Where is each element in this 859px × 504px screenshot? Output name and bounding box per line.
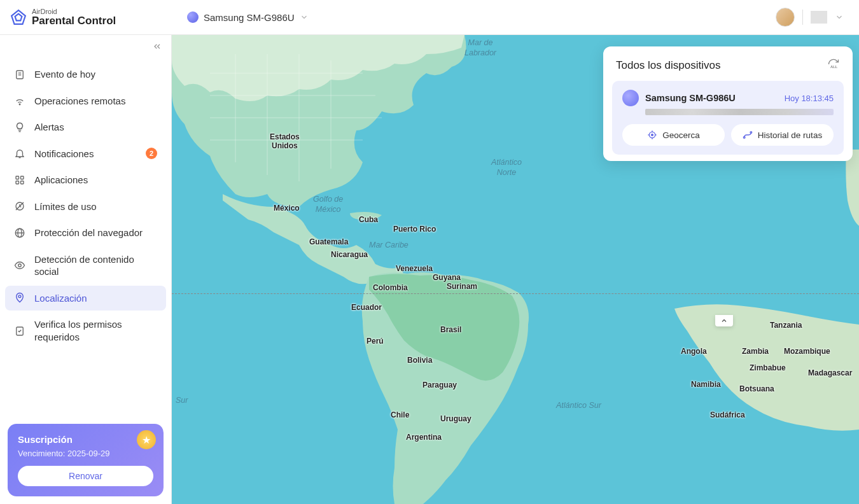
country-label: Namibia — [691, 380, 721, 389]
nav-label: Aplicaciones — [34, 174, 157, 186]
ocean-label: Sur — [176, 395, 188, 405]
checklist-icon — [14, 325, 25, 337]
geofence-label: Geocerca — [662, 130, 700, 140]
svg-point-16 — [18, 295, 21, 298]
star-icon: ★ — [137, 430, 156, 449]
country-label: Surinam — [447, 282, 477, 291]
country-label: Madagascar — [808, 368, 852, 377]
country-label: Tanzania — [770, 321, 802, 330]
sidebar-item-proteccion[interactable]: Protección del navegador — [5, 220, 166, 246]
devices-panel: Todos los dispositivos ALL Samsung SM-G9… — [603, 46, 853, 161]
country-label: Botsuana — [739, 384, 774, 393]
ocean-label: Atlántico Norte — [491, 157, 522, 178]
sidebar-item-limites[interactable]: Límites de uso — [5, 194, 166, 220]
sidebar-item-alertas[interactable]: Alertas — [5, 115, 166, 140]
nav-label: Protección del navegador — [34, 227, 157, 239]
eye-icon — [14, 260, 25, 271]
map[interactable]: Mar de Labrador Atlántico Norte Golfo de… — [172, 35, 859, 504]
geofence-button[interactable]: Geocerca — [622, 124, 725, 146]
chevron-down-icon[interactable] — [835, 13, 844, 22]
country-label: Chile — [391, 410, 409, 419]
sidebar-item-operaciones[interactable]: Operaciones remotas — [5, 88, 166, 114]
device-avatar-icon — [622, 90, 639, 106]
sidebar-item-aplicaciones[interactable]: Aplicaciones — [5, 167, 166, 193]
nav-label: Notificaciones — [34, 148, 137, 160]
svg-rect-7 — [21, 176, 24, 179]
country-label: Nicaragua — [331, 250, 368, 259]
sidebar-item-evento[interactable]: Evento de hoy — [5, 62, 166, 87]
svg-rect-6 — [16, 176, 19, 179]
target-icon — [647, 130, 657, 140]
equator-line — [172, 293, 859, 294]
country-label: Puerto Rico — [393, 225, 436, 234]
svg-point-5 — [19, 104, 20, 106]
sidebar-item-notificaciones[interactable]: Notificaciones 2 — [5, 141, 166, 167]
country-label: Estados Unidos — [270, 132, 300, 150]
clock-limit-icon — [14, 200, 25, 212]
country-label: Uruguay — [440, 414, 471, 423]
svg-marker-1 — [15, 14, 22, 21]
nav-label: Alertas — [34, 121, 157, 134]
nav-label: Límites de uso — [34, 200, 157, 213]
device-card[interactable]: Samsung SM-G986U Hoy 18:13:45 Geocerca H… — [612, 81, 844, 155]
header-user-area — [776, 8, 849, 27]
svg-text:ALL: ALL — [830, 65, 838, 69]
device-selector[interactable]: Samsung SM-G986U — [187, 11, 309, 23]
notifications-badge: 2 — [146, 148, 157, 159]
grid-icon — [14, 174, 25, 186]
country-label: Cuba — [359, 215, 378, 224]
route-history-button[interactable]: Historial de rutas — [731, 124, 834, 146]
avatar[interactable] — [776, 8, 795, 27]
user-menu-placeholder[interactable] — [811, 11, 827, 24]
country-label: Zambia — [742, 347, 769, 356]
device-name: Samsung SM-G986U — [645, 93, 778, 103]
globe-icon — [14, 227, 25, 239]
country-label: Mozambique — [784, 347, 830, 356]
country-label: Zimbabue — [750, 363, 786, 372]
ocean-label: Mar Caribe — [369, 240, 409, 250]
subscription-expiry: Vencimiento: 2025-09-29 — [18, 449, 153, 458]
country-label: México — [274, 204, 300, 213]
app-header: AirDroid Parental Control Samsung SM-G98… — [0, 0, 859, 35]
country-label: Angola — [681, 347, 707, 356]
device-timestamp: Hoy 18:13:45 — [785, 94, 834, 103]
country-label: Ecuador — [351, 303, 382, 312]
location-icon — [14, 292, 25, 304]
refresh-all-button[interactable]: ALL — [827, 58, 840, 73]
ocean-label: Mar de Labrador — [464, 38, 496, 59]
subscription-title: Suscripción — [18, 434, 153, 445]
sidebar-item-localizacion[interactable]: Localización — [5, 286, 166, 311]
svg-point-15 — [18, 264, 22, 267]
clipboard-icon — [14, 69, 25, 80]
product-text: Parental Control — [32, 15, 116, 26]
selected-device-name: Samsung SM-G986U — [204, 12, 295, 23]
sidebar: Evento de hoy Operaciones remotas Alerta… — [0, 35, 172, 504]
country-label: Perú — [367, 337, 384, 346]
svg-rect-9 — [21, 181, 24, 184]
sidebar-item-deteccion[interactable]: Detección de contenido social — [5, 247, 166, 284]
country-label: Paraguay — [423, 381, 457, 389]
country-label: Colombia — [373, 283, 408, 292]
logo[interactable]: AirDroid Parental Control — [10, 8, 172, 26]
nav-label: Verifica los permisos requeridos — [34, 318, 157, 343]
subscription-card: ★ Suscripción Vencimiento: 2025-09-29 Re… — [8, 424, 164, 496]
lightbulb-icon — [14, 122, 25, 133]
sidebar-item-verifica[interactable]: Verifica los permisos requeridos — [5, 312, 166, 349]
country-label: Argentina — [406, 433, 442, 442]
svg-marker-0 — [11, 10, 25, 24]
collapse-sidebar-button[interactable] — [152, 41, 162, 54]
country-label: Guyana — [433, 273, 461, 282]
nav-label: Detección de contenido social — [34, 253, 157, 278]
renew-button[interactable]: Renovar — [18, 466, 153, 486]
country-label: Sudáfrica — [710, 410, 745, 419]
airdroid-logo-icon — [10, 9, 27, 25]
nav-label: Evento de hoy — [34, 68, 157, 81]
country-label: Venezuela — [396, 264, 433, 273]
ocean-label: Golfo de México — [313, 194, 343, 215]
collapse-panel-button[interactable] — [715, 315, 733, 326]
nav-label: Localización — [34, 292, 157, 305]
country-label: Guatemala — [309, 237, 348, 246]
route-history-label: Historial de rutas — [758, 130, 822, 140]
device-address-redacted — [645, 109, 834, 115]
wifi-icon — [14, 95, 25, 106]
